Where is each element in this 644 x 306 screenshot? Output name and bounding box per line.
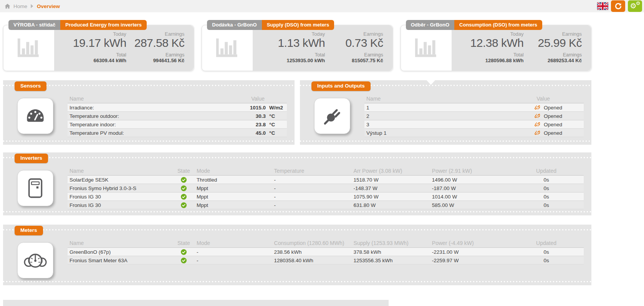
summary-cards: VÝROBA - střídač Produced Energy from in… [3,20,591,71]
earnings-label: Earnings [126,31,184,37]
card-subtitle-badge: Supply (DSO) from meters [262,20,334,30]
total-value: 66309.44 kWh [58,58,126,64]
card-title-badge: VÝROBA - střídač [8,20,60,30]
table-row[interactable]: SolarEdge SE5K Throttled - 1518.70 W 149… [68,176,584,184]
check-circle-icon [171,177,197,183]
check-circle-icon [171,194,197,200]
refresh-button[interactable] [611,0,625,12]
earnings-label: Earnings [524,31,582,37]
today-value: 12.38 kWh [455,37,524,49]
uk-flag-icon[interactable] [597,2,608,10]
bar-chart-icon [401,25,452,71]
topbar: Home Overview ⚙⚙ [0,0,644,12]
earnings-value: 25.99 Kč [524,37,582,49]
check-circle-icon [171,202,197,208]
inputs-outputs-table: Name Value 1 [364,94,584,137]
today-label: Today [455,31,524,37]
table-row[interactable]: Výstup 1 Opened [364,129,584,137]
sensors-table: Name Value Irradiance: 1015.0W/m2 Temper… [68,94,287,137]
table-row[interactable]: Fronius Smart Meter 63A - 1280358.40 kWh… [68,256,584,265]
unlink-icon [535,113,540,119]
table-row[interactable]: Fronius IG 30 Mppt - 631.80 W 585.00 W 0… [68,201,584,209]
card-subtitle-badge: Produced Energy from inverters [60,20,147,30]
total-earnings-label: Earnings [524,53,582,58]
earnings-value: 0.73 Kč [325,37,383,49]
card-title-badge: Odběr - GrBonO [406,20,454,30]
breadcrumb-home[interactable]: Home [13,3,27,9]
total-label: Total [58,53,126,58]
check-circle-icon [171,258,197,263]
table-row[interactable]: Fronius Symo Hybrid 3.0-3-S Mppt - -148.… [68,184,584,192]
unlink-icon [535,105,540,110]
inputs-outputs-panel-title: Inputs and Outputs [311,81,371,91]
sensors-panel-title: Sensors [15,81,46,91]
bar-chart-icon [202,25,253,71]
inverter-icon [17,170,53,206]
meters-panel-title: Meters [15,226,43,235]
total-value: 1280596.88 kWh [455,58,524,64]
card-supply[interactable]: Dodávka - GrBonO Supply (DSO) from meter… [202,25,392,71]
table-row[interactable]: Temperature outdoor: 30.3°C [68,112,287,120]
total-earnings-value: 994641.56 Kč [126,58,184,64]
card-produced-energy[interactable]: VÝROBA - střídač Produced Energy from in… [3,25,194,71]
today-label: Today [257,31,325,37]
home-icon[interactable] [5,3,10,9]
gears-icon: ⚙⚙ [631,2,640,10]
settings-button[interactable]: ⚙⚙ [628,0,642,12]
earnings-label: Earnings [325,31,383,37]
table-row[interactable]: Fronius IG 30 Mppt - 1075.90 W 1014.00 W… [68,193,584,201]
sensors-panel: Sensors Name Value [3,80,295,145]
meters-table: Name State Mode Consumption (1280.60 MWh… [68,238,584,278]
total-earnings-value: 2689253.44 Kč [524,58,582,64]
refresh-icon [614,2,622,10]
total-value: 1253935.00 kWh [257,58,325,64]
table-row[interactable]: Temperature PV modul: 45.0°C [68,129,287,137]
total-earnings-label: Earnings [126,53,184,58]
card-subtitle-badge: Consumption (DSO) from meters [454,20,542,30]
inputs-outputs-panel: Inputs and Outputs Name Value [300,80,591,145]
total-label: Total [257,53,325,58]
total-earnings-label: Earnings [325,53,383,58]
table-row[interactable]: 1 Opened [364,104,584,112]
check-circle-icon [171,249,197,255]
card-title-badge: Dodávka - GrBonO [207,20,262,30]
col-header-value: Value [511,96,584,102]
table-row[interactable]: Temperature indoor: 23.8°C [68,121,287,129]
breadcrumb: Home Overview [5,3,60,9]
table-row[interactable]: Irradiance: 1015.0W/m2 [68,104,287,112]
bar-chart-icon [3,25,54,71]
today-value: 19.17 kWh [58,37,126,49]
inverters-table: Name State Mode Temperature Arr Power (3… [68,166,584,209]
unlink-icon [535,122,540,127]
panel-notch [427,80,435,85]
col-header-value: Value [206,96,287,102]
today-value: 1.13 kWh [257,37,325,49]
inverters-panel-title: Inverters [15,154,48,163]
unlink-icon [535,130,540,136]
topbar-actions: ⚙⚙ [597,0,642,12]
earnings-value: 287.58 Kč [126,37,184,49]
col-header-name: Name [68,96,206,102]
gauge-icon [17,98,53,134]
meters-panel: Meters Name State Mode [3,225,591,285]
total-earnings-value: 815057.75 Kč [325,58,383,64]
table-row[interactable]: GreenBonO (67p) - 238.56 kWh 378.58 kWh … [68,248,584,256]
meters-gauges-icon [17,242,53,278]
total-label: Total [455,53,524,58]
card-consumption[interactable]: Odběr - GrBonO Consumption (DSO) from me… [401,25,591,71]
chevron-right-icon [30,4,34,8]
table-row[interactable]: 2 Opened [364,112,584,120]
inverters-panel: Inverters Name State Mode Temperature Ar… [3,152,591,215]
col-header-name: Name [364,96,511,102]
table-row[interactable]: 3 Opened [364,121,584,129]
next-panel-partial [3,300,389,306]
plug-icon [314,98,350,134]
check-circle-icon [171,185,197,191]
breadcrumb-current[interactable]: Overview [37,3,60,9]
today-label: Today [58,31,126,37]
